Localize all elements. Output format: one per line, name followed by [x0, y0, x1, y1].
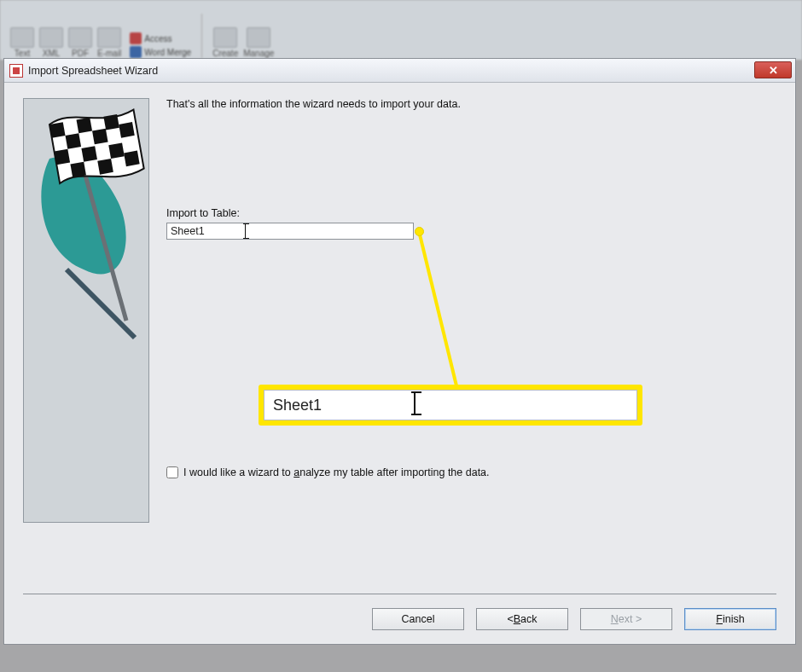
import-spreadsheet-wizard-dialog: Import Spreadsheet Wizard ✕: [3, 58, 796, 645]
wizard-instruction-text: That's all the information the wizard ne…: [166, 98, 778, 110]
ribbon-item-xml[interactable]: XML: [39, 27, 63, 58]
cancel-button[interactable]: Cancel: [372, 608, 464, 630]
callout-text-cursor-icon: [414, 393, 416, 414]
analyze-table-label: I would like a wizard to analyze my tabl…: [183, 466, 490, 478]
finish-button[interactable]: Finish: [684, 608, 776, 630]
dialog-title: Import Spreadsheet Wizard: [28, 65, 158, 77]
svg-rect-1: [49, 122, 66, 138]
ribbon-item-email[interactable]: E-mail: [97, 27, 121, 58]
svg-rect-3: [103, 114, 119, 130]
ribbon-item-access[interactable]: Access: [130, 32, 191, 44]
ribbon-item-create[interactable]: Create: [212, 27, 238, 58]
import-to-table-label: Import to Table:: [166, 207, 240, 219]
access-icon: [130, 32, 142, 44]
wizard-sidebar-image: [23, 98, 149, 523]
callout-zoom-input[interactable]: [264, 390, 637, 420]
svg-rect-7: [55, 149, 71, 165]
svg-rect-2: [77, 118, 93, 134]
svg-rect-8: [81, 146, 97, 162]
callout-anchor-dot: [415, 227, 424, 236]
analyze-table-checkbox[interactable]: [166, 466, 178, 478]
svg-line-13: [419, 231, 461, 403]
svg-rect-12: [124, 151, 140, 167]
next-button: Next >: [580, 608, 672, 630]
wordmerge-icon: [130, 46, 142, 58]
svg-rect-10: [70, 162, 86, 178]
svg-rect-5: [92, 129, 108, 145]
close-icon: ✕: [769, 64, 778, 77]
app-icon: [9, 64, 23, 78]
ribbon-item-text[interactable]: Text: [10, 27, 34, 58]
ribbon-background: Text XML PDF E-mail Access Word Merge Cr…: [0, 0, 802, 60]
ribbon-item-manage[interactable]: Manage: [243, 27, 274, 58]
text-cursor-icon: [245, 224, 246, 238]
titlebar[interactable]: Import Spreadsheet Wizard ✕: [4, 59, 795, 83]
back-button[interactable]: < Back: [476, 608, 568, 630]
ribbon-item-pdf[interactable]: PDF: [68, 27, 92, 58]
ribbon-item-wordmerge[interactable]: Word Merge: [130, 46, 191, 58]
svg-rect-4: [66, 133, 82, 149]
svg-rect-6: [119, 122, 135, 138]
svg-rect-9: [108, 143, 125, 159]
close-button[interactable]: ✕: [754, 61, 792, 78]
footer-divider: [23, 594, 776, 594]
import-to-table-input[interactable]: [166, 223, 414, 240]
svg-rect-11: [97, 159, 113, 175]
callout-zoom-box: [259, 385, 642, 426]
